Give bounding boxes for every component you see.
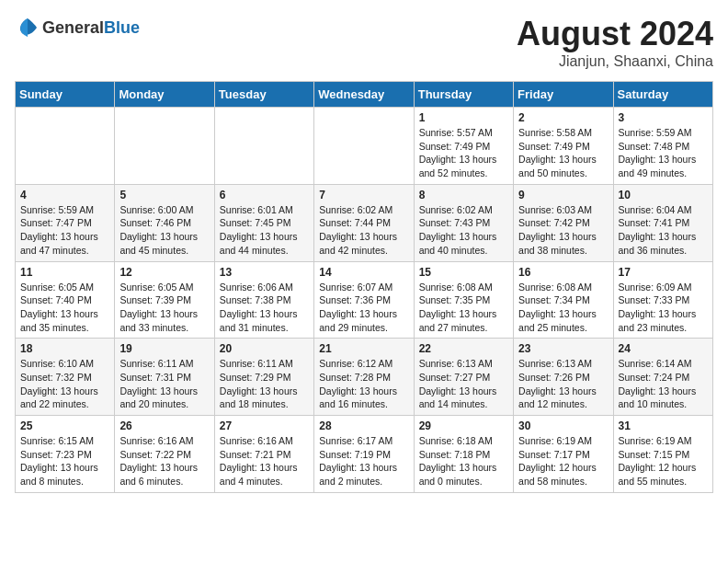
calendar-week-row: 25Sunrise: 6:15 AMSunset: 7:23 PMDayligh… — [16, 416, 713, 493]
calendar-cell — [115, 108, 214, 185]
day-number: 23 — [518, 342, 608, 355]
day-info: Sunrise: 6:05 AMSunset: 7:40 PMDaylight:… — [20, 281, 109, 335]
calendar-week-row: 4Sunrise: 5:59 AMSunset: 7:47 PMDaylight… — [16, 184, 713, 261]
day-info: Sunrise: 6:14 AMSunset: 7:24 PMDaylight:… — [619, 357, 708, 411]
day-number: 8 — [419, 189, 508, 201]
calendar-cell: 28Sunrise: 6:17 AMSunset: 7:19 PMDayligh… — [314, 416, 414, 493]
day-info: Sunrise: 6:16 AMSunset: 7:21 PMDaylight:… — [220, 434, 309, 488]
calendar-cell: 16Sunrise: 6:08 AMSunset: 7:34 PMDayligh… — [514, 261, 613, 339]
day-info: Sunrise: 6:02 AMSunset: 7:44 PMDaylight:… — [319, 203, 408, 258]
calendar-cell: 21Sunrise: 6:12 AMSunset: 7:28 PMDayligh… — [314, 339, 414, 416]
day-number: 22 — [419, 342, 508, 355]
calendar-cell: 26Sunrise: 6:16 AMSunset: 7:22 PMDayligh… — [115, 416, 214, 493]
day-number: 21 — [319, 342, 408, 355]
day-info: Sunrise: 6:17 AMSunset: 7:19 PMDaylight:… — [319, 434, 408, 488]
calendar-cell: 18Sunrise: 6:10 AMSunset: 7:32 PMDayligh… — [16, 339, 115, 416]
calendar-cell: 8Sunrise: 6:02 AMSunset: 7:43 PMDaylight… — [414, 184, 513, 261]
day-info: Sunrise: 6:06 AMSunset: 7:38 PMDaylight:… — [220, 281, 309, 335]
calendar-cell: 3Sunrise: 5:59 AMSunset: 7:48 PMDaylight… — [613, 108, 712, 185]
day-info: Sunrise: 5:59 AMSunset: 7:48 PMDaylight:… — [619, 126, 708, 180]
day-number: 18 — [20, 342, 109, 355]
day-number: 25 — [20, 419, 109, 432]
weekday-header: Monday — [115, 82, 214, 108]
day-info: Sunrise: 6:07 AMSunset: 7:36 PMDaylight:… — [319, 281, 408, 335]
day-number: 13 — [220, 266, 309, 279]
calendar-week-row: 11Sunrise: 6:05 AMSunset: 7:40 PMDayligh… — [16, 261, 713, 339]
calendar-week-row: 1Sunrise: 5:57 AMSunset: 7:49 PMDaylight… — [16, 108, 713, 185]
weekday-header: Friday — [514, 82, 613, 108]
day-info: Sunrise: 6:04 AMSunset: 7:41 PMDaylight:… — [619, 203, 708, 258]
title-block: August 2024 Jianjun, Shaanxi, China — [517, 15, 713, 70]
day-number: 6 — [220, 189, 309, 201]
calendar-cell: 29Sunrise: 6:18 AMSunset: 7:18 PMDayligh… — [414, 416, 513, 493]
calendar-cell: 23Sunrise: 6:13 AMSunset: 7:26 PMDayligh… — [514, 339, 613, 416]
day-info: Sunrise: 6:13 AMSunset: 7:27 PMDaylight:… — [419, 357, 508, 411]
day-number: 15 — [419, 266, 508, 279]
day-number: 20 — [220, 342, 309, 355]
day-info: Sunrise: 6:11 AMSunset: 7:31 PMDaylight:… — [119, 357, 209, 411]
day-info: Sunrise: 6:19 AMSunset: 7:17 PMDaylight:… — [518, 434, 608, 488]
day-number: 29 — [419, 419, 508, 432]
day-number: 27 — [220, 419, 309, 432]
calendar-cell: 24Sunrise: 6:14 AMSunset: 7:24 PMDayligh… — [613, 339, 712, 416]
day-info: Sunrise: 5:58 AMSunset: 7:49 PMDaylight:… — [518, 126, 608, 180]
day-info: Sunrise: 6:03 AMSunset: 7:42 PMDaylight:… — [518, 203, 608, 258]
logo-text: GeneralBlue — [42, 18, 140, 38]
day-number: 16 — [518, 266, 608, 279]
weekday-header-row: SundayMondayTuesdayWednesdayThursdayFrid… — [16, 82, 713, 108]
day-info: Sunrise: 5:59 AMSunset: 7:47 PMDaylight:… — [20, 203, 109, 258]
calendar-cell — [16, 108, 115, 185]
day-number: 4 — [20, 189, 109, 201]
day-number: 30 — [518, 419, 608, 432]
day-number: 12 — [119, 266, 209, 279]
calendar-cell — [314, 108, 414, 185]
calendar-cell: 14Sunrise: 6:07 AMSunset: 7:36 PMDayligh… — [314, 261, 414, 339]
day-number: 7 — [319, 189, 408, 201]
calendar-cell: 5Sunrise: 6:00 AMSunset: 7:46 PMDaylight… — [115, 184, 214, 261]
calendar-cell: 31Sunrise: 6:19 AMSunset: 7:15 PMDayligh… — [613, 416, 712, 493]
day-info: Sunrise: 6:19 AMSunset: 7:15 PMDaylight:… — [619, 434, 708, 488]
calendar-cell: 6Sunrise: 6:01 AMSunset: 7:45 PMDaylight… — [214, 184, 313, 261]
day-number: 2 — [518, 111, 608, 124]
day-number: 31 — [619, 419, 708, 432]
day-number: 1 — [419, 111, 508, 124]
day-info: Sunrise: 6:09 AMSunset: 7:33 PMDaylight:… — [619, 281, 708, 335]
calendar-cell: 25Sunrise: 6:15 AMSunset: 7:23 PMDayligh… — [16, 416, 115, 493]
day-number: 9 — [518, 189, 608, 201]
day-number: 28 — [319, 419, 408, 432]
calendar-week-row: 18Sunrise: 6:10 AMSunset: 7:32 PMDayligh… — [16, 339, 713, 416]
day-number: 17 — [619, 266, 708, 279]
day-number: 11 — [20, 266, 109, 279]
day-number: 19 — [119, 342, 209, 355]
weekday-header: Wednesday — [314, 82, 414, 108]
weekday-header: Tuesday — [214, 82, 313, 108]
day-info: Sunrise: 6:05 AMSunset: 7:39 PMDaylight:… — [119, 281, 209, 335]
calendar-cell: 17Sunrise: 6:09 AMSunset: 7:33 PMDayligh… — [613, 261, 712, 339]
day-info: Sunrise: 6:08 AMSunset: 7:35 PMDaylight:… — [419, 281, 508, 335]
logo: GeneralBlue — [15, 15, 140, 40]
calendar-cell: 30Sunrise: 6:19 AMSunset: 7:17 PMDayligh… — [514, 416, 613, 493]
weekday-header: Sunday — [16, 82, 115, 108]
day-info: Sunrise: 6:01 AMSunset: 7:45 PMDaylight:… — [220, 203, 309, 258]
calendar-cell: 19Sunrise: 6:11 AMSunset: 7:31 PMDayligh… — [115, 339, 214, 416]
day-info: Sunrise: 6:00 AMSunset: 7:46 PMDaylight:… — [119, 203, 209, 258]
calendar-table: SundayMondayTuesdayWednesdayThursdayFrid… — [15, 81, 713, 493]
day-info: Sunrise: 6:13 AMSunset: 7:26 PMDaylight:… — [518, 357, 608, 411]
day-info: Sunrise: 6:12 AMSunset: 7:28 PMDaylight:… — [319, 357, 408, 411]
day-number: 24 — [619, 342, 708, 355]
day-info: Sunrise: 6:11 AMSunset: 7:29 PMDaylight:… — [220, 357, 309, 411]
calendar-cell: 10Sunrise: 6:04 AMSunset: 7:41 PMDayligh… — [613, 184, 712, 261]
page-header: GeneralBlue August 2024 Jianjun, Shaanxi… — [15, 15, 713, 70]
weekday-header: Thursday — [414, 82, 513, 108]
calendar-cell: 2Sunrise: 5:58 AMSunset: 7:49 PMDaylight… — [514, 108, 613, 185]
day-number: 14 — [319, 266, 408, 279]
day-info: Sunrise: 5:57 AMSunset: 7:49 PMDaylight:… — [419, 126, 508, 180]
calendar-cell: 27Sunrise: 6:16 AMSunset: 7:21 PMDayligh… — [214, 416, 313, 493]
month-title: August 2024 — [517, 15, 713, 53]
calendar-cell: 13Sunrise: 6:06 AMSunset: 7:38 PMDayligh… — [214, 261, 313, 339]
calendar-cell: 4Sunrise: 5:59 AMSunset: 7:47 PMDaylight… — [16, 184, 115, 261]
calendar-cell: 20Sunrise: 6:11 AMSunset: 7:29 PMDayligh… — [214, 339, 313, 416]
day-info: Sunrise: 6:15 AMSunset: 7:23 PMDaylight:… — [20, 434, 109, 488]
calendar-cell: 11Sunrise: 6:05 AMSunset: 7:40 PMDayligh… — [16, 261, 115, 339]
day-info: Sunrise: 6:16 AMSunset: 7:22 PMDaylight:… — [119, 434, 209, 488]
